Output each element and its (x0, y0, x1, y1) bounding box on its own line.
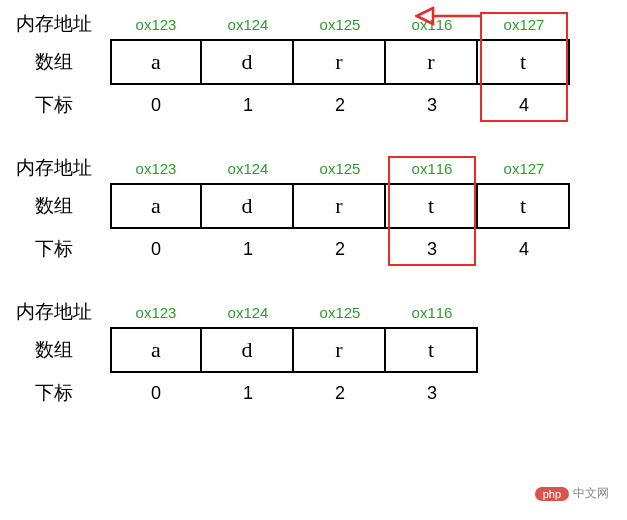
addr-cell: ox116 (386, 16, 478, 33)
index-cell: 3 (386, 95, 478, 116)
memory-diagram-2: 内存地址 ox123 ox124 ox125 ox116 ox127 数组 a … (5, 154, 622, 268)
array-cell: d (202, 39, 294, 85)
index-cell: 1 (202, 95, 294, 116)
array-cell: t (478, 183, 570, 229)
array-cell: t (386, 327, 478, 373)
addr-cell: ox124 (202, 304, 294, 321)
array-label: 数组 (5, 193, 110, 219)
index-cell: 0 (110, 95, 202, 116)
index-cell: 1 (202, 239, 294, 260)
index-cell: 3 (386, 383, 478, 404)
address-label: 内存地址 (5, 11, 110, 37)
index-label: 下标 (5, 92, 110, 118)
index-cell: 4 (478, 239, 570, 260)
addr-cell: ox123 (110, 160, 202, 177)
array-cell: a (110, 327, 202, 373)
addr-cell: ox123 (110, 16, 202, 33)
addr-cell: ox124 (202, 16, 294, 33)
array-cell: r (294, 327, 386, 373)
array-cell: d (202, 327, 294, 373)
index-cell: 2 (294, 383, 386, 404)
addr-cell: ox125 (294, 16, 386, 33)
address-label: 内存地址 (5, 155, 110, 181)
index-cell: 0 (110, 383, 202, 404)
index-cell: 3 (386, 239, 478, 260)
addr-cell: ox116 (386, 160, 478, 177)
address-label: 内存地址 (5, 299, 110, 325)
array-cell: a (110, 39, 202, 85)
index-cell: 0 (110, 239, 202, 260)
array-label: 数组 (5, 49, 110, 75)
addr-cell: ox116 (386, 304, 478, 321)
addr-cell: ox123 (110, 304, 202, 321)
watermark-badge: php (535, 487, 569, 501)
array-cell: t (478, 39, 570, 85)
memory-diagram-3: 内存地址 ox123 ox124 ox125 ox116 数组 a d r t … (5, 298, 622, 412)
watermark: php 中文网 (535, 485, 609, 502)
array-cell: t (386, 183, 478, 229)
index-cell: 1 (202, 383, 294, 404)
array-cell: r (386, 39, 478, 85)
index-label: 下标 (5, 236, 110, 262)
addr-cell: ox127 (478, 160, 570, 177)
addr-cell: ox125 (294, 304, 386, 321)
array-cell: r (294, 39, 386, 85)
array-cell: a (110, 183, 202, 229)
array-label: 数组 (5, 337, 110, 363)
index-cell: 2 (294, 239, 386, 260)
index-cell: 4 (478, 95, 570, 116)
memory-diagram-1: 内存地址 ox123 ox124 ox125 ox116 ox127 数组 a … (5, 10, 622, 124)
addr-cell: ox124 (202, 160, 294, 177)
index-label: 下标 (5, 380, 110, 406)
array-cell: d (202, 183, 294, 229)
array-cell: r (294, 183, 386, 229)
addr-cell: ox125 (294, 160, 386, 177)
addr-cell: ox127 (478, 16, 570, 33)
watermark-text: 中文网 (573, 485, 609, 502)
index-cell: 2 (294, 95, 386, 116)
